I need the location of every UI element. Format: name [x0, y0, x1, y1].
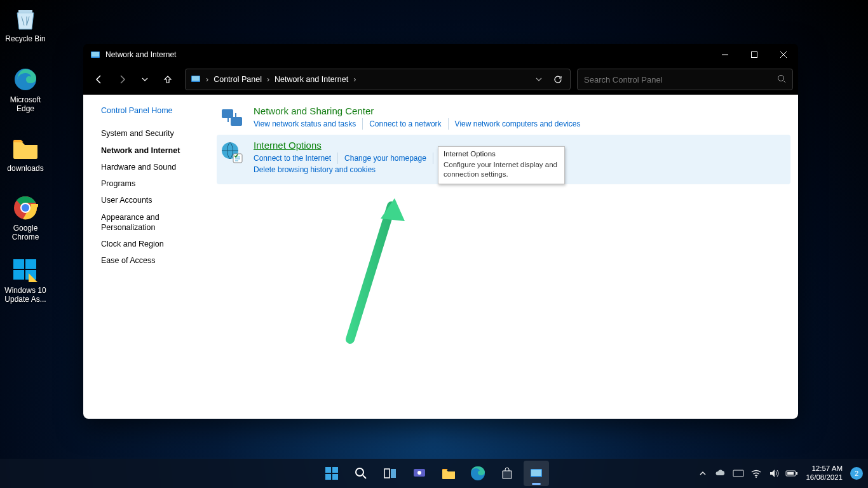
svg-rect-30 — [733, 470, 743, 477]
tray-overflow-button[interactable] — [696, 464, 709, 483]
sidebar-item-clock-region[interactable]: Clock and Region — [101, 239, 217, 249]
control-panel-glyph-icon — [191, 74, 201, 86]
sidebar-item-appearance[interactable]: Appearance and Personalization — [101, 212, 190, 233]
wifi-icon[interactable] — [750, 464, 763, 483]
breadcrumb-network-internet[interactable]: Network and Internet — [275, 75, 348, 84]
start-button[interactable] — [319, 461, 344, 486]
desktop-icon-recycle-bin[interactable]: Recycle Bin — [1, 5, 50, 43]
maximize-button[interactable] — [740, 44, 769, 65]
desktop-icon-label: downloads — [1, 164, 50, 173]
main-column: Network and Sharing Center View network … — [217, 94, 798, 419]
desktop-icon-label: Recycle Bin — [1, 34, 50, 43]
file-explorer-button[interactable] — [436, 461, 461, 486]
desktop-icon-label: Microsoft Edge — [1, 95, 50, 114]
taskbar-center — [319, 459, 549, 488]
up-button[interactable] — [157, 69, 179, 90]
chevron-right-icon[interactable]: › — [205, 75, 210, 84]
minimize-button[interactable] — [710, 44, 740, 65]
svg-rect-4 — [13, 259, 24, 269]
sidebar-item-ease-of-access[interactable]: Ease of Access — [101, 255, 217, 266]
chat-button[interactable] — [407, 461, 432, 486]
svg-point-31 — [756, 477, 757, 478]
task-view-button[interactable] — [377, 461, 403, 486]
sidebar-item-system-security[interactable]: System and Security — [101, 128, 217, 139]
edge-taskbar-button[interactable] — [465, 461, 491, 486]
tooltip-title: Internet Options — [444, 149, 559, 159]
svg-rect-29 — [531, 470, 541, 476]
sidebar-item-user-accounts[interactable]: User Accounts — [101, 195, 217, 205]
sidebar-item-hardware-sound[interactable]: Hardware and Sound — [101, 162, 217, 172]
store-button[interactable] — [494, 461, 520, 486]
folder-icon — [12, 135, 39, 161]
forward-button[interactable] — [111, 69, 133, 90]
svg-point-13 — [778, 75, 784, 81]
link-change-homepage[interactable]: Change your homepage — [338, 152, 433, 164]
back-button[interactable] — [88, 69, 110, 90]
battery-icon[interactable] — [785, 464, 798, 483]
link-view-network-computers[interactable]: View network computers and devices — [449, 118, 587, 130]
clock[interactable]: 12:57 AM 16/08/2021 — [803, 464, 845, 482]
time-text: 12:57 AM — [806, 464, 843, 473]
sidebar-item-programs[interactable]: Programs — [101, 179, 217, 189]
recent-locations-button[interactable] — [134, 69, 156, 90]
desktop-icon-label: Google Chrome — [1, 224, 50, 242]
svg-rect-20 — [325, 474, 331, 480]
side-panel: Control Panel Home System and Security N… — [83, 94, 217, 419]
svg-rect-33 — [796, 472, 797, 475]
link-connect-to-network[interactable]: Connect to a network — [363, 118, 448, 130]
link-connect-to-internet[interactable]: Connect to the Internet — [254, 152, 338, 164]
control-panel-window: Network and Internet › Control Panel › N… — [83, 44, 798, 419]
search-button[interactable] — [348, 461, 374, 486]
search-icon[interactable] — [777, 74, 786, 85]
window-title: Network and Internet — [105, 50, 176, 59]
windows-update-icon — [12, 257, 39, 283]
svg-rect-14 — [222, 109, 233, 118]
tooltip-body: Configure your Internet display and conn… — [444, 161, 557, 179]
chevron-right-icon[interactable]: › — [352, 75, 357, 84]
titlebar[interactable]: Network and Internet — [83, 44, 798, 65]
internet-options-icon — [219, 140, 245, 165]
svg-rect-12 — [192, 76, 200, 81]
desktop-icon-chrome[interactable]: Google Chrome — [1, 194, 50, 242]
volume-icon[interactable] — [768, 464, 780, 483]
search-box[interactable] — [577, 69, 793, 90]
svg-rect-15 — [231, 117, 242, 126]
tooltip: Internet Options Configure your Internet… — [438, 146, 565, 184]
link-view-network-status[interactable]: View network status and tasks — [254, 118, 363, 130]
edge-icon — [12, 66, 39, 93]
refresh-button[interactable] — [548, 69, 567, 90]
chrome-icon — [12, 194, 39, 221]
search-input[interactable] — [584, 75, 777, 85]
svg-point-22 — [356, 468, 363, 476]
address-bar[interactable]: › Control Panel › Network and Internet › — [185, 69, 571, 90]
desktop-icon-edge[interactable]: Microsoft Edge — [1, 66, 50, 114]
svg-rect-21 — [332, 474, 338, 480]
desktop-icon-update-assistant[interactable]: Windows 10 Update As... — [1, 257, 50, 304]
keyboard-icon[interactable] — [732, 464, 745, 483]
sidebar-item-network-internet[interactable]: Network and Internet — [101, 146, 217, 156]
category-title-link[interactable]: Network and Sharing Center — [254, 105, 587, 116]
svg-rect-23 — [384, 469, 390, 478]
breadcrumb-control-panel[interactable]: Control Panel — [214, 75, 262, 84]
svg-point-26 — [417, 471, 421, 475]
content-area: Control Panel Home System and Security N… — [83, 94, 798, 419]
svg-point-3 — [22, 204, 29, 212]
svg-rect-9 — [92, 52, 99, 57]
control-panel-home-link[interactable]: Control Panel Home — [101, 105, 217, 116]
category-network-sharing: Network and Sharing Center View network … — [217, 102, 790, 135]
svg-rect-18 — [325, 467, 331, 473]
taskbar[interactable]: 12:57 AM 16/08/2021 2 — [0, 459, 868, 488]
chevron-right-icon[interactable]: › — [266, 75, 271, 84]
onedrive-icon[interactable] — [714, 464, 727, 483]
close-button[interactable] — [769, 44, 798, 65]
control-panel-taskbar-button[interactable] — [524, 461, 549, 486]
notification-badge[interactable]: 2 — [850, 467, 863, 480]
svg-rect-24 — [391, 469, 396, 478]
link-delete-browsing-history[interactable]: Delete browsing history and cookies — [254, 164, 382, 175]
svg-rect-34 — [787, 472, 794, 475]
recycle-bin-icon — [12, 5, 39, 32]
desktop-icon-downloads[interactable]: downloads — [1, 135, 50, 173]
address-history-button[interactable] — [529, 69, 548, 90]
date-text: 16/08/2021 — [806, 473, 843, 482]
svg-rect-5 — [25, 259, 36, 269]
